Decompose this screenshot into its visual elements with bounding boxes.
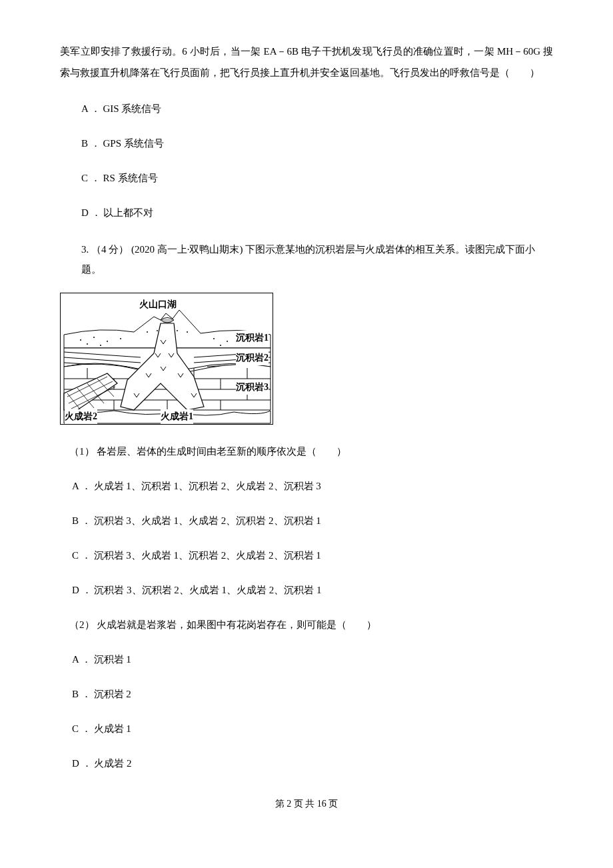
svg-point-20 [147,331,148,333]
svg-point-1 [80,339,81,341]
q3-sub1-option-b: B ． 沉积岩 3、火成岩 1、火成岩 2、沉积岩 2、沉积岩 1 [60,513,553,529]
q3-sub1-option-a: A ． 火成岩 1、沉积岩 1、沉积岩 2、火成岩 2、沉积岩 3 [60,478,553,494]
q2-option-a: A ． GIS 系统信号 [60,101,553,117]
q3-stem: 3. （4 分） (2020 高一上·双鸭山期末) 下图示意某地的沉积岩层与火成… [60,239,553,279]
fig-label-sed1: 沉积岩1 [236,331,269,345]
svg-point-3 [107,341,108,342]
svg-point-10 [100,345,101,346]
q2-option-d: D ． 以上都不对 [60,205,553,221]
fig-label-ign1: 火成岩1 [161,409,193,424]
svg-point-17 [177,330,178,331]
geology-figure: 火山口湖 沉积岩1 沉积岩2 沉积岩3 火成岩1 火成岩2 [60,293,273,425]
q3-sub1-option-c: C ． 沉积岩 3、火成岩 1、沉积岩 2、火成岩 2、沉积岩 1 [60,547,553,563]
svg-point-6 [227,341,228,342]
page-content: 美军立即安排了救援行动。6 小时后，当一架 EA－6B 电子干扰机发现飞行员的准… [0,0,613,838]
svg-point-5 [213,338,215,339]
q3-sub2-stem: （2） 火成岩就是岩浆岩，如果图中有花岗岩存在，则可能是（ ） [60,617,553,633]
svg-point-11 [220,345,221,346]
svg-point-9 [87,343,88,345]
q3-sub2-option-c: C ． 火成岩 1 [60,721,553,737]
q3-sub2-option-a: A ． 沉积岩 1 [60,651,553,667]
page-footer: 第 2 页 共 16 页 [60,797,553,811]
svg-point-4 [120,338,121,339]
fig-label-sed2: 沉积岩2 [236,351,269,365]
svg-point-2 [93,337,95,338]
q3-sub1-option-d: D ． 沉积岩 3、沉积岩 2、火成岩 1、火成岩 2、沉积岩 1 [60,582,553,598]
q2-passage: 美军立即安排了救援行动。6 小时后，当一架 EA－6B 电子干扰机发现飞行员的准… [60,41,553,83]
q3-sub1-stem: （1） 各岩层、岩体的生成时间由老至新的顺序依次是（ ） [60,443,553,459]
fig-label-ign2: 火成岩2 [65,409,97,424]
q3-sub2-option-d: D ． 火成岩 2 [60,755,553,771]
svg-point-16 [157,330,158,331]
q2-option-b: B ． GPS 系统信号 [60,135,553,151]
svg-point-19 [187,331,188,333]
fig-label-sed3: 沉积岩3 [236,380,269,395]
fig-label-crater-lake: 火山口湖 [139,297,177,312]
q2-option-c: C ． RS 系统信号 [60,170,553,186]
q3-sub2-option-b: B ． 沉积岩 2 [60,686,553,702]
